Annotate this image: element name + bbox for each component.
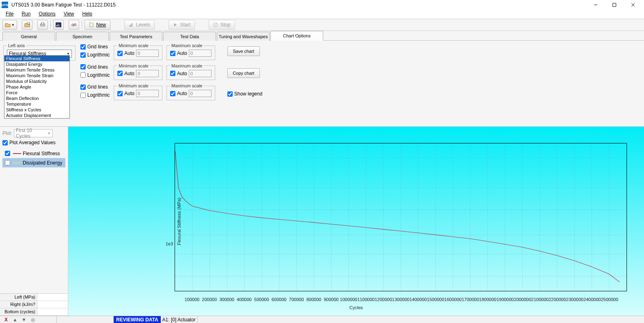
levels-button[interactable]: Levels xyxy=(124,20,155,30)
save-button[interactable] xyxy=(22,20,32,30)
menu-help[interactable]: Help xyxy=(78,10,97,19)
menu-options[interactable]: Options xyxy=(35,10,59,19)
tab-bar: GeneralSpecimenTest ParametersTest DataT… xyxy=(0,31,644,41)
max-scale-group-1: Maximum scaleAuto xyxy=(166,63,215,80)
print-button[interactable] xyxy=(37,20,48,30)
x-tick: 2200000 xyxy=(549,297,566,302)
x-tick: 2000000 xyxy=(514,297,532,302)
logarithmic-checkbox-2[interactable]: Logrithmic xyxy=(80,91,110,99)
x-tick: 1900000 xyxy=(497,297,514,302)
status-down-icon[interactable]: ▼ xyxy=(20,317,28,323)
tab-test-parameters[interactable]: Test Parameters xyxy=(110,32,162,41)
x-tick: 400000 xyxy=(237,297,252,302)
max-auto-checkbox-0[interactable]: Auto xyxy=(170,50,187,57)
status-alert-icon[interactable]: X xyxy=(2,317,10,323)
signal-icon-button[interactable] xyxy=(69,20,79,30)
max-scale-input-0[interactable] xyxy=(189,50,212,57)
x-tick: 2500000 xyxy=(601,297,618,302)
min-scale-input-0[interactable] xyxy=(136,50,159,57)
chart-icon-button[interactable] xyxy=(53,20,64,30)
plot-area[interactable] xyxy=(175,143,627,291)
min-scale-group-1: Minimum scaleAuto xyxy=(114,63,162,80)
min-scale-input-2[interactable] xyxy=(136,90,159,97)
menu-view[interactable]: View xyxy=(60,10,78,19)
left-axis-dropdown[interactable]: Flexural StiffnessDissipated EnergyMaxim… xyxy=(4,55,70,119)
max-auto-checkbox-2[interactable]: Auto xyxy=(170,90,187,97)
dropdown-option[interactable]: Maximum Tensile Strain xyxy=(4,73,69,78)
tab-tuning-and-waveshapes[interactable]: Tuning and Waveshapes xyxy=(217,32,270,41)
x-tick: 900000 xyxy=(324,297,339,302)
series-toggle-dissipated-energy[interactable]: Dissipated Energy xyxy=(2,158,65,167)
dropdown-option[interactable]: Modulus of Elasticity xyxy=(4,78,69,84)
axis-readout-label: Bottom (cycles) xyxy=(0,308,37,315)
chart-options-panel: Left axis Flexural Stiffness▼ Grid lines… xyxy=(0,41,644,127)
minimize-button[interactable] xyxy=(586,0,605,10)
tab-general[interactable]: General xyxy=(2,32,55,41)
dropdown-option[interactable]: Phase Angle xyxy=(4,84,69,90)
left-axis-legend: Left axis xyxy=(7,43,26,48)
titlebar: UTS UTS015 3.00 Beam Fatigue Test - 1112… xyxy=(0,0,644,10)
maximize-button[interactable] xyxy=(605,0,624,10)
plot-averaged-checkbox[interactable]: Plot Averaged Values xyxy=(2,139,65,146)
x-tick: 1000000 xyxy=(340,297,357,302)
menubar: File Run Options View Help xyxy=(0,10,644,19)
min-scale-group-2: Minimum scaleAuto xyxy=(114,83,162,100)
logarithmic-checkbox-0[interactable]: Logrithmic xyxy=(80,51,110,59)
menu-file[interactable]: File xyxy=(2,10,17,19)
levels-icon xyxy=(129,22,134,27)
tab-specimen[interactable]: Specimen xyxy=(56,32,109,41)
tab-test-data[interactable]: Test Data xyxy=(163,32,216,41)
x-tick: 500000 xyxy=(254,297,269,302)
series-toggle-flexural-stiffness[interactable]: Flexural Stiffness xyxy=(2,149,65,158)
new-button[interactable]: New xyxy=(84,20,110,30)
dropdown-option[interactable]: Flexural Stiffness xyxy=(4,56,69,61)
x-tick: 2100000 xyxy=(531,297,549,302)
status-target-icon[interactable]: ◎ xyxy=(29,317,37,323)
stop-icon xyxy=(213,22,218,27)
max-scale-input-2[interactable] xyxy=(189,90,212,97)
min-auto-checkbox-0[interactable]: Auto xyxy=(117,50,134,57)
logarithmic-checkbox-1[interactable]: Logrithmic xyxy=(80,72,110,79)
axis-readout-value xyxy=(37,301,68,308)
min-auto-checkbox-2[interactable]: Auto xyxy=(117,90,134,97)
gridlines-checkbox-1[interactable]: Grid lines xyxy=(80,63,110,71)
gridlines-checkbox-0[interactable]: Grid lines xyxy=(80,43,110,50)
x-tick: 1800000 xyxy=(479,297,497,302)
max-scale-input-1[interactable] xyxy=(189,70,212,77)
dropdown-option[interactable]: Stiffness x Cycles xyxy=(4,107,69,113)
x-tick: 100000 xyxy=(184,297,199,302)
dropdown-option[interactable]: Maximum Tensile Stress xyxy=(4,67,69,73)
svg-rect-13 xyxy=(129,26,130,27)
plot-combo[interactable]: First 10 Cycles▼ xyxy=(14,129,53,137)
stop-button[interactable]: Stop xyxy=(209,20,235,30)
open-button[interactable]: ▼ xyxy=(2,20,17,30)
new-icon xyxy=(89,22,94,27)
start-button[interactable]: Start xyxy=(169,20,195,30)
close-button[interactable] xyxy=(624,0,642,10)
dropdown-option[interactable]: Dissipated Energy xyxy=(4,61,69,67)
status-up-icon[interactable]: ▲ xyxy=(11,317,19,323)
min-auto-checkbox-1[interactable]: Auto xyxy=(117,70,134,77)
save-chart-button[interactable]: Save chart xyxy=(227,46,260,56)
menu-run[interactable]: Run xyxy=(17,10,35,19)
x-tick: 1400000 xyxy=(409,297,427,302)
tab-chart-options[interactable]: Chart Options xyxy=(270,31,323,41)
plot-label: Plot: xyxy=(2,130,12,136)
svg-line-17 xyxy=(214,24,217,26)
show-legend-checkbox[interactable]: Show legend xyxy=(227,90,262,98)
min-scale-input-1[interactable] xyxy=(136,70,159,77)
dropdown-option[interactable]: Beam Deflection xyxy=(4,95,69,101)
x-tick: 1200000 xyxy=(375,297,392,302)
start-icon xyxy=(173,22,178,27)
gridlines-checkbox-2[interactable]: Grid lines xyxy=(80,83,110,91)
x-tick: 800000 xyxy=(306,297,321,302)
copy-chart-button[interactable]: Copy chart xyxy=(227,68,260,78)
axis-readout-value xyxy=(37,294,68,301)
min-scale-group-0: Minimum scaleAuto xyxy=(114,43,162,60)
x-tick: 2400000 xyxy=(583,297,601,302)
app-icon: UTS xyxy=(2,2,8,8)
dropdown-option[interactable]: Temperature xyxy=(4,101,69,107)
dropdown-option[interactable]: Actuator Displacement xyxy=(4,113,69,118)
dropdown-option[interactable]: Force xyxy=(4,90,69,95)
max-auto-checkbox-1[interactable]: Auto xyxy=(170,70,187,77)
